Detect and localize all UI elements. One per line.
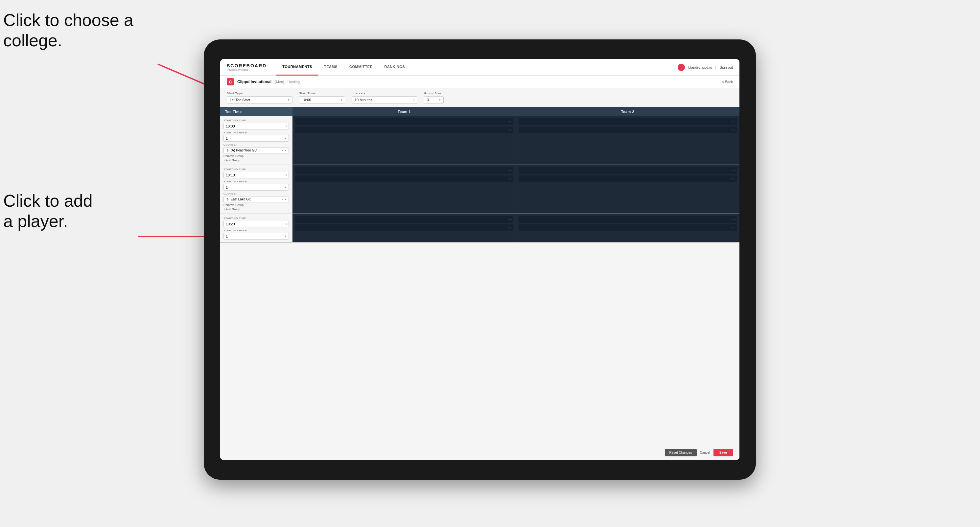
back-button[interactable]: < Back (722, 80, 733, 84)
team2-col-3: × ▸ × ▸ (516, 214, 740, 242)
remove-group-1[interactable]: Remove Group (223, 154, 289, 158)
starting-time-input-1[interactable]: 10:00 ℹ (223, 123, 289, 129)
starting-hole-input-3[interactable]: 1 ▾ (223, 233, 289, 240)
separator: | (716, 65, 716, 69)
x-icon-t2-2: × (731, 129, 733, 132)
logo-sub: Powered by clippd (227, 68, 267, 71)
player-bar-g3-2-1[interactable]: × ▸ (519, 216, 737, 223)
player-bar-1-2[interactable]: × ▸ (295, 127, 513, 133)
group-size-label: Group Size (424, 92, 444, 95)
scroll-area[interactable]: STARTING TIME: 10:00 ℹ STARTING HOLE: 1 … (220, 116, 740, 446)
course-tag-1[interactable]: 🏌 (A) Peachtree GC × ▾ (223, 147, 289, 154)
sign-out-link[interactable]: Sign out (720, 65, 733, 69)
tournament-name: Clippd Invitational (237, 79, 272, 84)
starting-hole-label-1: STARTING HOLE: (223, 131, 289, 134)
chevron-icon-hole-1: ▾ (285, 137, 286, 140)
tee-section-1: STARTING TIME: 10:00 ℹ STARTING HOLE: 1 … (220, 116, 740, 165)
info-icon-time-1: ℹ (286, 124, 286, 128)
group-size-group: Group Size 3 ▾ (424, 92, 444, 103)
annotation-player: Click to adda player. (3, 190, 93, 232)
chevron-down-icon-2: ▾ (439, 98, 441, 102)
starting-hole-input-1[interactable]: 1 ▾ (223, 135, 289, 141)
hosting-label: Hosting (288, 80, 300, 84)
player-bar-g2-1-1[interactable]: × ▸ (295, 167, 513, 174)
x-icon-2: × (508, 129, 509, 132)
intervals-select[interactable]: 10 Minutes ℹ (352, 96, 417, 103)
scoreboard-logo: SCOREBOARD Powered by clippd (227, 63, 267, 71)
starting-time-label-1: STARTING TIME: (223, 119, 289, 122)
tee-section-left-2: STARTING TIME: 10:10 ℹ STARTING HOLE: 1 … (220, 165, 293, 214)
x-icon-g2: × (508, 169, 509, 172)
team1-col-2: × ▸ × ▸ (293, 165, 516, 214)
nav-tab-tournaments[interactable]: TOURNAMENTS (276, 59, 318, 76)
chevron-icon-hole-3: ▾ (285, 235, 286, 238)
starting-time-label-2: STARTING TIME: (223, 168, 289, 171)
add-group-1[interactable]: + Add Group (223, 159, 289, 162)
course-label-1: COURSE: (223, 143, 289, 146)
chevron-g2: ▸ (510, 169, 511, 172)
start-type-select[interactable]: 1st Tee Start ▾ (227, 96, 293, 103)
settings-row: Start Type 1st Tee Start ▾ Start Time 10… (220, 88, 740, 107)
intervals-label: Intervals (352, 92, 417, 95)
tee-section-3: STARTING TIME: 10:20 ℹ STARTING HOLE: 1 … (220, 214, 740, 243)
tee-section-teams-3: × ▸ × ▸ × ▸ × (293, 214, 740, 242)
player-bar-g2-2-1[interactable]: × ▸ (519, 167, 737, 174)
team1-col-1: × ▸ × ▸ (293, 116, 516, 165)
player-bar-g3-1-1[interactable]: × ▸ (295, 216, 513, 223)
tablet-screen: SCOREBOARD Powered by clippd TOURNAMENTS… (220, 59, 740, 460)
starting-hole-input-2[interactable]: 1 ▾ (223, 184, 289, 190)
course-label-2: COURSE: (223, 192, 289, 195)
app-footer: Reset Changes Cancel Save (220, 446, 740, 459)
nav-tab-teams[interactable]: TEAMS (318, 59, 344, 76)
team2-col-2: × ▸ × ▸ (516, 165, 740, 214)
tee-section-teams-2: × ▸ × ▸ × ▸ × (293, 165, 740, 214)
chevron-icon-p: ▸ (510, 120, 511, 123)
brand-icon: C (227, 78, 234, 86)
header-right: blair@clippd.io | Sign out (678, 64, 733, 71)
starting-time-input-3[interactable]: 10:20 ℹ (223, 221, 289, 227)
x-icon-t2-1: × (731, 120, 733, 123)
start-time-group: Start Time 10:00 ℹ (299, 92, 345, 103)
reset-button[interactable]: Reset Changes (665, 449, 697, 456)
chevron-icon-p2: ▸ (510, 129, 511, 132)
starting-hole-label-3: STARTING HOLE: (223, 229, 289, 232)
starting-hole-label-2: STARTING HOLE: (223, 180, 289, 183)
breadcrumb-bar: C Clippd Invitational (Men) Hosting < Ba… (220, 76, 740, 88)
intervals-group: Intervals 10 Minutes ℹ (352, 92, 417, 103)
start-time-label: Start Time (299, 92, 345, 95)
player-bar-g2-1-2[interactable]: × ▸ (295, 175, 513, 182)
gender-label: (Men) (275, 80, 284, 84)
save-button[interactable]: Save (713, 449, 733, 456)
cancel-button[interactable]: Cancel (700, 451, 710, 454)
course-chevron-1: ▾ (285, 149, 286, 152)
annotation-college: Click to choose acollege. (3, 10, 134, 51)
tablet-device: SCOREBOARD Powered by clippd TOURNAMENTS… (204, 40, 756, 480)
chevron-icon-t2-2: ▸ (734, 129, 735, 132)
tee-section-left-1: STARTING TIME: 10:00 ℹ STARTING HOLE: 1 … (220, 116, 293, 165)
player-bar-2-1[interactable]: × ▸ (519, 118, 737, 125)
nav-tab-rankings[interactable]: RANKINGS (378, 59, 411, 76)
player-bar-g3-2-2[interactable]: × ▸ (519, 224, 737, 231)
info-icon-2: ℹ (414, 98, 414, 102)
nav-tab-committee[interactable]: COMMITTEE (344, 59, 379, 76)
course-tag-2[interactable]: 🏌 East Lake GC × ▾ (223, 196, 289, 202)
info-icon-time-3: ℹ (286, 222, 286, 226)
player-bar-1-1[interactable]: × ▸ (295, 118, 513, 125)
th-tee-time: Tee Time (220, 107, 293, 116)
add-group-2[interactable]: + Add Group (223, 208, 289, 211)
team2-col-1: × ▸ × ▸ (516, 116, 740, 165)
user-email: blair@clippd.io (688, 65, 712, 69)
start-type-group: Start Type 1st Tee Start ▾ (227, 92, 293, 103)
chevron-down-icon: ▾ (288, 98, 290, 102)
start-time-select[interactable]: 10:00 ℹ (299, 96, 345, 103)
player-bar-2-2[interactable]: × ▸ (519, 127, 737, 133)
tee-section-2: STARTING TIME: 10:10 ℹ STARTING HOLE: 1 … (220, 165, 740, 214)
starting-time-input-2[interactable]: 10:10 ℹ (223, 172, 289, 178)
player-bar-g3-1-2[interactable]: × ▸ (295, 224, 513, 231)
course-x-1[interactable]: × (282, 149, 284, 152)
remove-group-2[interactable]: Remove Group (223, 203, 289, 207)
x-icon: × (508, 120, 509, 123)
player-bar-g2-2-2[interactable]: × ▸ (519, 175, 737, 182)
group-size-select[interactable]: 3 ▾ (424, 96, 444, 103)
course-x-2[interactable]: × (282, 198, 284, 201)
